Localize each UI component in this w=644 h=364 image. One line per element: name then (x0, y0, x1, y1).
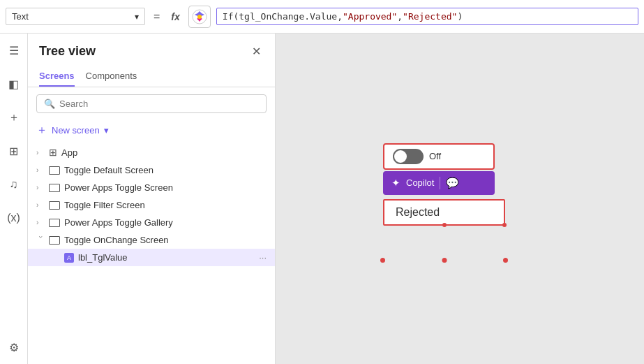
plus-icon: ＋ (36, 123, 47, 138)
equals-sign: = (151, 10, 163, 23)
tree-item-lbl-tglvalue[interactable]: A lbl_TglValue ··· (28, 249, 275, 266)
code-icon[interactable]: (x) (3, 207, 25, 229)
expand-arrow-app: › (36, 149, 45, 156)
property-dropdown[interactable]: Text (6, 8, 145, 25)
tabs-row: Screens Components (28, 66, 275, 87)
lbl-tglvalue-label: lbl_TglValue (78, 252, 255, 263)
toggle-off-label: Off (429, 151, 441, 161)
close-button[interactable]: ✕ (249, 42, 264, 61)
handle-tl (380, 258, 385, 263)
expand-arrow-default: › (36, 166, 45, 174)
tree-header: Tree view ✕ (28, 34, 275, 66)
tree-item-filter[interactable]: › Toggle Filter Screen (28, 196, 275, 214)
ai-circle-icon (192, 9, 207, 24)
expand-arrow-filter: › (36, 201, 45, 209)
tree-item-powerapps-toggle[interactable]: › Power Apps Toggle Screen (28, 179, 275, 196)
tree-item-toggle-default[interactable]: › Toggle Default Screen (28, 161, 275, 179)
expand-arrow-gallery: › (36, 219, 45, 226)
property-chevron-icon (135, 11, 139, 22)
copilot-divider (440, 177, 440, 189)
music-icon[interactable]: ♫ (3, 173, 25, 196)
search-input[interactable] (59, 99, 259, 109)
fx-icon: fx (171, 11, 179, 22)
rejected-label: Rejected (396, 206, 440, 218)
copilot-label: Copilot (406, 177, 434, 188)
toggle-switch[interactable] (393, 149, 424, 164)
main-area: ☰ ◧ ＋ ⊞ ♫ (x) ⚙ Tree view ✕ Screens Comp… (0, 34, 644, 364)
screen-icon-onchange (49, 236, 60, 245)
app-icon: ⊞ (49, 147, 57, 158)
tree-item-onchange[interactable]: › Toggle OnChange Screen (28, 231, 275, 249)
toggle-knob (394, 150, 407, 163)
expand-arrow-onchange: › (37, 236, 45, 245)
layers-icon[interactable]: ◧ (3, 73, 25, 95)
tree-panel: Tree view ✕ Screens Components 🔍 ＋ New s… (28, 34, 276, 364)
expand-arrow-powerapps: › (36, 184, 45, 191)
screen-icon-default (49, 166, 60, 175)
onchange-label: Toggle OnChange Screen (64, 235, 267, 245)
settings-icon[interactable]: ⚙ (3, 336, 25, 358)
screen-icon-gallery (49, 219, 60, 227)
tree-item-app[interactable]: › ⊞ App (28, 143, 275, 161)
search-icon: 🔍 (44, 99, 55, 109)
tree-list: › ⊞ App › Toggle Default Screen › Power … (28, 143, 275, 364)
fx-button[interactable]: fx (168, 11, 182, 22)
rejected-box[interactable]: Rejected (383, 199, 505, 226)
add-icon[interactable]: ＋ (3, 106, 25, 129)
copilot-sparkle-icon: ✦ (391, 177, 400, 189)
hamburger-icon[interactable]: ☰ (3, 39, 25, 61)
dots-menu-icon[interactable]: ··· (259, 252, 267, 263)
icon-sidebar: ☰ ◧ ＋ ⊞ ♫ (x) ⚙ (0, 34, 28, 364)
copilot-bar[interactable]: ✦ Copilot 💬 (383, 171, 495, 195)
canvas-area: Off ✦ Copilot 💬 Rejected (276, 34, 644, 364)
tab-components[interactable]: Components (86, 66, 137, 87)
gallery-label: Power Apps Toggle Gallery (64, 217, 267, 228)
ai-icon-button[interactable] (188, 6, 211, 28)
top-bar: Text = fx If(tgl_OnChange.Value,"Approve… (0, 0, 644, 34)
toggle-container[interactable]: Off (383, 143, 495, 170)
screen-icon-powerapps (49, 184, 60, 192)
label-component-icon: A (64, 253, 74, 263)
new-screen-button[interactable]: ＋ New screen ▾ (28, 120, 275, 143)
filter-label: Toggle Filter Screen (64, 200, 267, 210)
handle-tm (442, 258, 447, 263)
screen-icon-filter (49, 201, 60, 210)
new-screen-chevron-icon: ▾ (104, 125, 109, 136)
handle-tr (503, 258, 508, 263)
powerapps-toggle-label: Power Apps Toggle Screen (64, 182, 267, 193)
svg-point-1 (197, 15, 202, 19)
grid-icon[interactable]: ⊞ (3, 140, 25, 162)
toggle-default-label: Toggle Default Screen (64, 165, 267, 175)
app-label: App (61, 147, 267, 158)
tree-item-gallery[interactable]: › Power Apps Toggle Gallery (28, 214, 275, 231)
search-box: 🔍 (36, 94, 267, 113)
canvas-wrapper: Off ✦ Copilot 💬 Rejected (320, 87, 599, 311)
tree-title: Tree view (39, 44, 96, 59)
formula-bar[interactable]: If(tgl_OnChange.Value,"Approved","Reject… (216, 8, 638, 25)
property-label: Text (12, 11, 29, 22)
copilot-chat-icon: 💬 (446, 177, 459, 189)
formula-text: If(tgl_OnChange.Value,"Approved","Reject… (223, 11, 463, 22)
tab-screens[interactable]: Screens (39, 66, 75, 87)
